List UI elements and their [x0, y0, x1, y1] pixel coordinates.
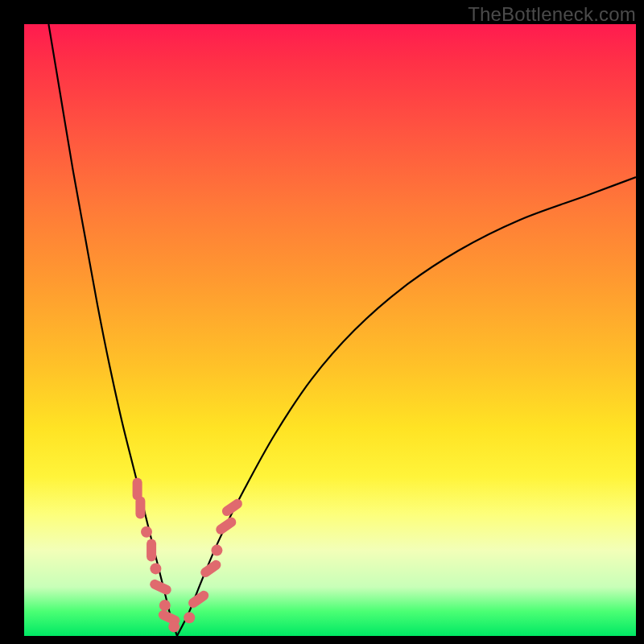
data-marker [199, 558, 223, 579]
plot-area [24, 24, 636, 636]
data-marker [147, 539, 156, 562]
watermark-text: TheBottleneck.com [468, 3, 636, 26]
data-marker [187, 588, 211, 609]
data-marker [141, 526, 152, 538]
data-marker [159, 600, 171, 611]
data-marker [184, 612, 195, 623]
data-marker [168, 621, 180, 633]
marker-layer [133, 478, 245, 633]
data-marker [214, 515, 238, 536]
curve-left-branch [48, 24, 177, 636]
curve-layer [48, 24, 636, 636]
data-marker [150, 563, 161, 574]
data-marker [211, 545, 222, 556]
data-marker [135, 496, 145, 518]
chart-svg [24, 24, 636, 636]
data-marker [148, 578, 172, 597]
curve-right-branch [177, 177, 636, 636]
chart-frame: TheBottleneck.com [0, 0, 644, 644]
